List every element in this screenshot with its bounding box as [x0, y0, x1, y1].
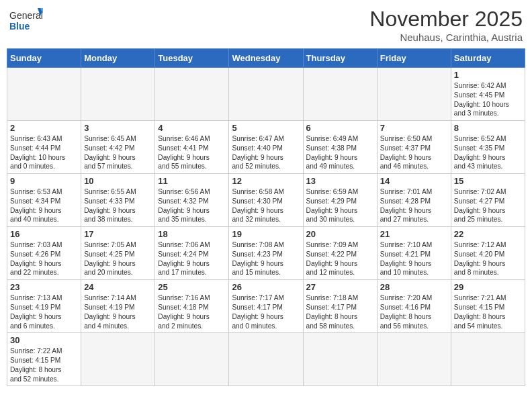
month-year-title: November 2025 — [369, 7, 523, 32]
cell-sun-info: Sunrise: 6:42 AMSunset: 4:45 PMDaylight:… — [454, 82, 509, 117]
calendar-cell: 29Sunrise: 7:21 AMSunset: 4:15 PMDayligh… — [451, 280, 525, 333]
calendar-cell: 11Sunrise: 6:56 AMSunset: 4:32 PMDayligh… — [155, 174, 229, 227]
day-number: 17 — [84, 229, 152, 239]
calendar-cell: 16Sunrise: 7:03 AMSunset: 4:26 PMDayligh… — [7, 227, 81, 280]
calendar-cell: 7Sunrise: 6:50 AMSunset: 4:37 PMDaylight… — [377, 121, 451, 174]
day-number: 3 — [84, 123, 152, 133]
logo-svg: General Blue — [9, 7, 43, 37]
day-number: 28 — [380, 282, 448, 292]
cell-sun-info: Sunrise: 7:03 AMSunset: 4:26 PMDaylight:… — [10, 241, 62, 276]
cell-sun-info: Sunrise: 7:22 AMSunset: 4:15 PMDaylight:… — [10, 347, 62, 382]
location-subtitle: Neuhaus, Carinthia, Austria — [369, 32, 523, 43]
weekday-header-thursday: Thursday — [303, 49, 377, 68]
cell-sun-info: Sunrise: 7:20 AMSunset: 4:16 PMDaylight:… — [380, 294, 433, 329]
logo: General Blue — [9, 7, 43, 37]
cell-sun-info: Sunrise: 6:59 AMSunset: 4:29 PMDaylight:… — [306, 188, 359, 223]
calendar-cell: 30Sunrise: 7:22 AMSunset: 4:15 PMDayligh… — [7, 333, 81, 386]
calendar-cell — [229, 333, 303, 386]
calendar-cell — [229, 68, 303, 121]
day-number: 5 — [232, 123, 300, 133]
calendar-cell — [7, 68, 81, 121]
day-number: 16 — [10, 229, 78, 239]
calendar-cell: 23Sunrise: 7:13 AMSunset: 4:19 PMDayligh… — [7, 280, 81, 333]
day-number: 1 — [454, 70, 522, 80]
calendar-cell: 13Sunrise: 6:59 AMSunset: 4:29 PMDayligh… — [303, 174, 377, 227]
cell-sun-info: Sunrise: 7:01 AMSunset: 4:28 PMDaylight:… — [380, 188, 433, 223]
cell-sun-info: Sunrise: 6:46 AMSunset: 4:41 PMDaylight:… — [158, 135, 210, 170]
day-number: 9 — [10, 176, 78, 186]
day-number: 11 — [158, 176, 226, 186]
day-number: 24 — [84, 282, 152, 292]
cell-sun-info: Sunrise: 6:50 AMSunset: 4:37 PMDaylight:… — [380, 135, 433, 170]
calendar-cell: 24Sunrise: 7:14 AMSunset: 4:19 PMDayligh… — [81, 280, 155, 333]
weekday-header-friday: Friday — [377, 49, 451, 68]
day-number: 23 — [10, 282, 78, 292]
calendar-cell: 15Sunrise: 7:02 AMSunset: 4:27 PMDayligh… — [451, 174, 525, 227]
day-number: 15 — [454, 176, 522, 186]
cell-sun-info: Sunrise: 6:52 AMSunset: 4:35 PMDaylight:… — [454, 135, 506, 170]
calendar-cell — [303, 333, 377, 386]
day-number: 26 — [232, 282, 300, 292]
calendar-cell: 3Sunrise: 6:45 AMSunset: 4:42 PMDaylight… — [81, 121, 155, 174]
calendar-cell: 17Sunrise: 7:05 AMSunset: 4:25 PMDayligh… — [81, 227, 155, 280]
day-number: 7 — [380, 123, 448, 133]
calendar-cell — [81, 68, 155, 121]
day-number: 19 — [232, 229, 300, 239]
day-number: 21 — [380, 229, 448, 239]
calendar-cell: 27Sunrise: 7:18 AMSunset: 4:17 PMDayligh… — [303, 280, 377, 333]
calendar-cell: 8Sunrise: 6:52 AMSunset: 4:35 PMDaylight… — [451, 121, 525, 174]
day-number: 8 — [454, 123, 522, 133]
calendar-cell — [451, 333, 525, 386]
day-number: 4 — [158, 123, 226, 133]
title-block: November 2025 Neuhaus, Carinthia, Austri… — [369, 7, 523, 43]
day-number: 27 — [306, 282, 374, 292]
cell-sun-info: Sunrise: 7:13 AMSunset: 4:19 PMDaylight:… — [10, 294, 62, 329]
calendar-cell: 22Sunrise: 7:12 AMSunset: 4:20 PMDayligh… — [451, 227, 525, 280]
page-header: General Blue November 2025 Neuhaus, Cari… — [7, 7, 525, 43]
day-number: 10 — [84, 176, 152, 186]
cell-sun-info: Sunrise: 7:10 AMSunset: 4:21 PMDaylight:… — [380, 241, 433, 276]
day-number: 18 — [158, 229, 226, 239]
day-number: 29 — [454, 282, 522, 292]
calendar-cell: 2Sunrise: 6:43 AMSunset: 4:44 PMDaylight… — [7, 121, 81, 174]
cell-sun-info: Sunrise: 7:09 AMSunset: 4:22 PMDaylight:… — [306, 241, 359, 276]
day-number: 20 — [306, 229, 374, 239]
calendar-cell: 4Sunrise: 6:46 AMSunset: 4:41 PMDaylight… — [155, 121, 229, 174]
cell-sun-info: Sunrise: 7:06 AMSunset: 4:24 PMDaylight:… — [158, 241, 210, 276]
calendar-cell: 1Sunrise: 6:42 AMSunset: 4:45 PMDaylight… — [451, 68, 525, 121]
calendar-cell: 18Sunrise: 7:06 AMSunset: 4:24 PMDayligh… — [155, 227, 229, 280]
weekday-header-saturday: Saturday — [451, 49, 525, 68]
cell-sun-info: Sunrise: 6:47 AMSunset: 4:40 PMDaylight:… — [232, 135, 284, 170]
cell-sun-info: Sunrise: 7:12 AMSunset: 4:20 PMDaylight:… — [454, 241, 506, 276]
weekday-header-sunday: Sunday — [7, 49, 81, 68]
day-number: 13 — [306, 176, 374, 186]
calendar-cell: 25Sunrise: 7:16 AMSunset: 4:18 PMDayligh… — [155, 280, 229, 333]
day-number: 12 — [232, 176, 300, 186]
svg-text:Blue: Blue — [9, 21, 30, 32]
weekday-header-tuesday: Tuesday — [155, 49, 229, 68]
calendar-cell: 26Sunrise: 7:17 AMSunset: 4:17 PMDayligh… — [229, 280, 303, 333]
day-number: 22 — [454, 229, 522, 239]
day-number: 25 — [158, 282, 226, 292]
calendar-cell: 6Sunrise: 6:49 AMSunset: 4:38 PMDaylight… — [303, 121, 377, 174]
calendar-cell: 9Sunrise: 6:53 AMSunset: 4:34 PMDaylight… — [7, 174, 81, 227]
day-number: 14 — [380, 176, 448, 186]
calendar-cell — [303, 68, 377, 121]
calendar-cell: 12Sunrise: 6:58 AMSunset: 4:30 PMDayligh… — [229, 174, 303, 227]
cell-sun-info: Sunrise: 7:21 AMSunset: 4:15 PMDaylight:… — [454, 294, 506, 329]
calendar-cell: 28Sunrise: 7:20 AMSunset: 4:16 PMDayligh… — [377, 280, 451, 333]
cell-sun-info: Sunrise: 6:58 AMSunset: 4:30 PMDaylight:… — [232, 188, 284, 223]
day-number: 2 — [10, 123, 78, 133]
cell-sun-info: Sunrise: 6:49 AMSunset: 4:38 PMDaylight:… — [306, 135, 359, 170]
calendar-cell: 21Sunrise: 7:10 AMSunset: 4:21 PMDayligh… — [377, 227, 451, 280]
cell-sun-info: Sunrise: 7:14 AMSunset: 4:19 PMDaylight:… — [84, 294, 136, 329]
calendar-cell: 5Sunrise: 6:47 AMSunset: 4:40 PMDaylight… — [229, 121, 303, 174]
calendar-cell — [155, 333, 229, 386]
weekday-header-monday: Monday — [81, 49, 155, 68]
cell-sun-info: Sunrise: 6:56 AMSunset: 4:32 PMDaylight:… — [158, 188, 210, 223]
calendar-cell — [81, 333, 155, 386]
calendar-cell — [377, 333, 451, 386]
cell-sun-info: Sunrise: 6:53 AMSunset: 4:34 PMDaylight:… — [10, 188, 62, 223]
cell-sun-info: Sunrise: 7:02 AMSunset: 4:27 PMDaylight:… — [454, 188, 506, 223]
cell-sun-info: Sunrise: 7:18 AMSunset: 4:17 PMDaylight:… — [306, 294, 359, 329]
